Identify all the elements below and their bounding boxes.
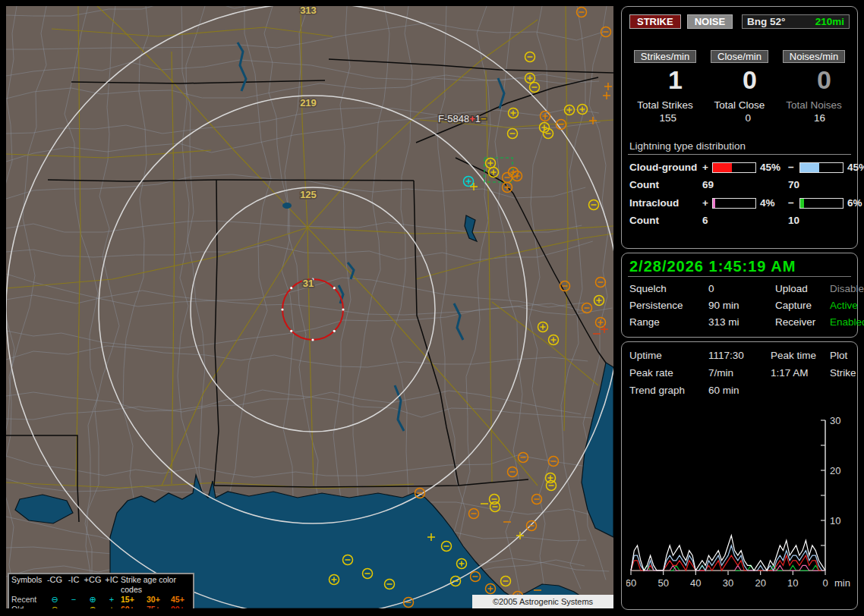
uptime-value: 1117:30 bbox=[708, 350, 771, 361]
status-panel: 2/28/2026 1:45:19 AM Squelch 0 Upload Di… bbox=[621, 253, 858, 338]
old-neg-cg-icon: ⊖ bbox=[45, 605, 65, 608]
total-close-label: Total Close bbox=[702, 99, 777, 111]
range-label: Range bbox=[629, 316, 708, 328]
age-code-90: 90+ bbox=[171, 605, 195, 608]
old-pos-cg-icon: ⊕ bbox=[83, 605, 102, 608]
capture-status: Active bbox=[830, 300, 858, 311]
svg-text:0: 0 bbox=[822, 577, 828, 589]
range-value: 313 mi bbox=[708, 316, 775, 328]
strike-stats-panel: STRIKE NOISE Bng 52° 210mi Strikes/min 1… bbox=[621, 6, 858, 249]
peak-time-label: Peak time bbox=[771, 350, 830, 361]
legend-col-pos-cg: +CG bbox=[83, 575, 102, 595]
strikes-per-min-value: 1 bbox=[628, 66, 702, 93]
age-code-75: 75+ bbox=[147, 605, 171, 608]
old-pos-ic-icon: + bbox=[102, 605, 121, 608]
legend-row-old-label: Old bbox=[11, 605, 45, 608]
minus-sign: − bbox=[788, 162, 799, 173]
recent-neg-cg-icon: ⊖ bbox=[45, 595, 65, 605]
cloud-ground-label: Cloud-ground bbox=[629, 162, 702, 173]
cg-negative-pct: 45% bbox=[844, 162, 864, 173]
plus-sign: + bbox=[702, 162, 712, 173]
map-canvas: 31321912531F-5848+1− bbox=[6, 6, 613, 608]
age-code-60: 60+ bbox=[121, 605, 147, 608]
legend-age-title: Strike age color codes bbox=[121, 575, 195, 595]
old-neg-ic-icon: − bbox=[65, 605, 83, 608]
ic-positive-pct: 4% bbox=[756, 197, 788, 209]
divider bbox=[628, 276, 851, 277]
persistence-value: 90 min bbox=[708, 300, 775, 311]
distribution-title: Lightning type distribution bbox=[628, 140, 851, 155]
svg-text:30: 30 bbox=[830, 415, 840, 426]
intracloud-row: Intracloud + 4% − 6% bbox=[629, 197, 851, 209]
trend-series-total bbox=[631, 536, 825, 570]
minus-sign: − bbox=[788, 197, 799, 209]
count-label: Count bbox=[629, 179, 702, 190]
cg-positive-pct: 45% bbox=[756, 162, 788, 173]
svg-text:60: 60 bbox=[626, 577, 636, 589]
svg-text:30: 30 bbox=[723, 577, 733, 589]
status-row: Squelch 0 Upload Disabled bbox=[629, 283, 851, 294]
total-close-value: 0 bbox=[702, 112, 777, 124]
close-per-min-value: 0 bbox=[702, 66, 777, 93]
trend-row: Uptime 1117:30 Peak time Plot bbox=[629, 350, 853, 361]
plus-sign: + bbox=[702, 197, 712, 209]
trend-series-negative-cg bbox=[631, 545, 825, 570]
svg-text:10: 10 bbox=[830, 515, 840, 526]
age-code-45: 45+ bbox=[171, 595, 195, 605]
trend-series-positive-cg bbox=[631, 555, 825, 570]
recent-pos-ic-icon: + bbox=[102, 595, 121, 605]
cg-positive-bar bbox=[712, 162, 756, 173]
svg-text:313: 313 bbox=[300, 6, 317, 16]
svg-text:219: 219 bbox=[300, 97, 317, 108]
legend-row-recent-label: Recent bbox=[11, 595, 45, 605]
total-noises-label: Total Noises bbox=[777, 99, 851, 111]
close-per-min-chip: Close/min bbox=[711, 50, 768, 63]
svg-text:31: 31 bbox=[303, 278, 314, 289]
cg-positive-count: 69 bbox=[702, 179, 788, 190]
copyright-text: ©2005 Astrogenic Systems bbox=[472, 595, 613, 608]
peak-time-value: 1:17 AM bbox=[771, 367, 830, 379]
trend-row: Trend graph 60 min bbox=[629, 385, 853, 396]
status-row: Persistence 90 min Capture Active bbox=[629, 300, 851, 311]
trend-graph-chart: 1020306050403020100min bbox=[626, 405, 857, 596]
legend-symbols-header: Symbols bbox=[11, 575, 45, 595]
svg-text:F-5848+1−: F-5848+1− bbox=[438, 113, 487, 124]
uptime-label: Uptime bbox=[629, 350, 708, 361]
total-strikes-label: Total Strikes bbox=[628, 99, 702, 111]
svg-text:125: 125 bbox=[300, 189, 317, 200]
lightning-map[interactable]: 31321912531F-5848+1− Symbols -CG -IC +CG… bbox=[6, 6, 613, 608]
svg-text:20: 20 bbox=[830, 465, 840, 476]
persistence-label: Persistence bbox=[629, 300, 708, 311]
ic-positive-count: 6 bbox=[702, 215, 788, 226]
noise-button[interactable]: NOISE bbox=[687, 14, 733, 29]
receiver-status: Enabled bbox=[830, 316, 864, 328]
map-legend: Symbols -CG -IC +CG +IC Strike age color… bbox=[8, 573, 194, 608]
total-noises-value: 16 bbox=[777, 112, 851, 124]
recent-pos-cg-icon: ⊕ bbox=[83, 595, 102, 605]
squelch-value: 0 bbox=[708, 283, 775, 294]
datetime-display: 2/28/2026 1:45:19 AM bbox=[629, 258, 851, 275]
strikes-column: Strikes/min 1 Total Strikes 155 bbox=[628, 49, 702, 124]
trend-graph-window: 60 min bbox=[708, 385, 771, 396]
bearing-range: 210mi bbox=[815, 16, 844, 27]
strike-button[interactable]: STRIKE bbox=[629, 14, 681, 29]
close-column: Close/min 0 Total Close 0 bbox=[702, 49, 777, 124]
age-code-30: 30+ bbox=[147, 595, 171, 605]
bearing-label: Bng 52° bbox=[747, 16, 785, 27]
legend-col-pos-ic: +IC bbox=[102, 575, 121, 595]
upload-label: Upload bbox=[775, 283, 830, 294]
count-label: Count bbox=[629, 215, 702, 226]
trend-series-negative-ic bbox=[631, 565, 825, 570]
cloud-ground-row: Cloud-ground + 45% − 45% bbox=[629, 162, 851, 173]
age-code-15: 15+ bbox=[121, 595, 147, 605]
legend-col-neg-ic: -IC bbox=[65, 575, 83, 595]
cloud-ground-count-row: Count 69 70 bbox=[629, 179, 851, 190]
noises-column: Noises/min 0 Total Noises 16 bbox=[777, 49, 851, 124]
app-window: { "panel_stats": { "strike_btn": "STRIKE… bbox=[0, 0, 864, 616]
ic-negative-pct: 6% bbox=[844, 197, 864, 209]
total-strikes-value: 155 bbox=[628, 112, 702, 124]
peak-rate-value: 7/min bbox=[708, 367, 771, 379]
ic-positive-bar bbox=[712, 198, 756, 209]
ic-negative-count: 10 bbox=[788, 215, 851, 226]
plot-mode-value: Strike bbox=[830, 367, 856, 379]
